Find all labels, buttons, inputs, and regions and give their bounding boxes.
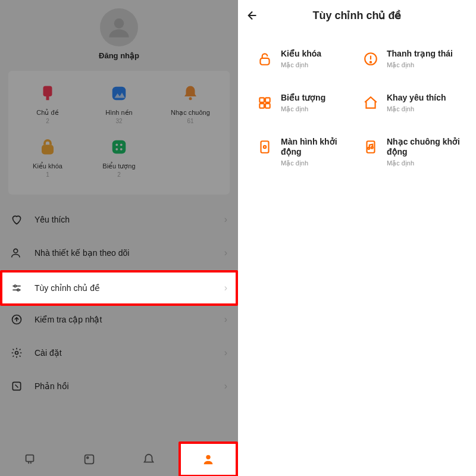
dash-ringtone[interactable]: Nhạc chuông 61 [155,82,226,124]
svg-rect-37 [261,141,269,153]
chevron-right-icon: › [224,381,227,392]
svg-point-40 [368,148,369,149]
dash-icons[interactable]: Biểu tượng 2 [83,135,155,178]
nav-notifications[interactable] [119,443,178,476]
dash-label: Hình nền [83,109,155,117]
menu-row-settings[interactable]: Cài đặt › [0,336,238,369]
svg-point-32 [370,61,371,62]
nav-wallpaper[interactable] [60,443,119,476]
svg-rect-2 [46,96,49,100]
avatar[interactable] [100,8,138,46]
menu-row-favorites[interactable]: Yêu thích › [0,203,238,236]
svg-rect-29 [260,58,269,65]
menu-row-check-update[interactable]: Kiểm tra cập nhật › [0,303,238,336]
theme-label: Khay yêu thích [387,93,446,103]
theme-item-bootsound[interactable]: Nhạc chuông khởi động Mặc định [357,137,470,191]
arrow-left-icon [246,9,259,22]
svg-point-28 [206,455,210,459]
brush-icon [23,453,36,466]
dash-lock[interactable]: Kiểu khóa 1 [12,135,83,178]
svg-rect-34 [265,98,270,102]
svg-point-22 [87,457,89,459]
dash-wallpaper[interactable]: Hình nền 32 [83,82,155,124]
theme-sub: Mặc định [281,105,325,113]
sliders-icon [11,282,24,294]
menu-label: Cài đặt [35,348,224,358]
menu-label: Nhà thiết kế bạn theo dõi [35,248,224,258]
dash-count: 1 [12,171,83,178]
feedback-icon [11,380,24,392]
theme-item-bootscreen[interactable]: Màn hình khởi động Mặc định [244,137,357,191]
theme-item-icons[interactable]: Biểu tượng Mặc định [244,93,357,137]
theme-grid: Kiểu khóa Mặc định Thanh trạng thái Mặc … [238,31,476,191]
svg-rect-6 [42,145,54,154]
boot-icon [255,137,275,157]
home-icon [361,93,381,113]
person-icon [11,247,24,259]
svg-point-0 [114,18,124,29]
chevron-right-icon: › [224,214,227,225]
page-title: Tùy chỉnh chủ đề [267,9,447,22]
svg-point-5 [189,97,192,100]
chevron-right-icon: › [224,248,227,258]
svg-point-27 [17,289,19,291]
ringboot-icon [361,137,381,157]
chevron-right-icon: › [224,283,227,293]
theme-label: Nhạc chuông khởi động [387,137,466,157]
grid-icon [255,93,275,113]
stats-card: Chủ đề 2 Hình nền 32 Nhạc chuông 61 Kiểu… [8,71,230,195]
update-icon [11,314,24,325]
theme-label: Kiểu khóa [281,49,321,59]
dash-count: 32 [83,118,155,124]
theme-sub: Mặc định [387,105,446,113]
dash-label: Chủ đề [12,109,83,117]
svg-rect-7 [112,140,126,154]
svg-point-8 [115,143,118,146]
status-icon [361,49,381,69]
nav-home[interactable] [0,443,60,476]
theme-sub: Mặc định [281,159,353,167]
profile-area: Đăng nhập [0,0,238,60]
svg-rect-1 [43,86,52,97]
bell-icon [142,453,155,466]
back-button[interactable] [246,9,267,22]
theme-sub: Mặc định [281,61,321,69]
lock-icon [255,49,275,69]
dash-count: 61 [155,118,226,124]
theme-label: Màn hình khởi động [281,137,353,157]
dash-label: Kiểu khóa [12,162,83,170]
theme-item-lock[interactable]: Kiểu khóa Mặc định [244,49,357,93]
picture-icon [83,453,96,466]
page-header: Tùy chỉnh chủ đề [238,0,476,31]
svg-point-18 [15,352,18,355]
svg-point-11 [120,148,123,151]
menu-row-designers[interactable]: Nhà thiết kế bạn theo dõi › [0,236,238,270]
heart-icon [11,214,24,226]
svg-point-38 [264,146,266,148]
svg-rect-36 [265,104,270,108]
chevron-right-icon: › [224,347,227,358]
svg-point-25 [14,285,16,287]
theme-sub: Mặc định [387,61,453,69]
chevron-right-icon: › [224,314,227,325]
theme-label: Biểu tượng [281,93,325,103]
theme-sub: Mặc định [387,159,466,167]
theme-item-statusbar[interactable]: Thanh trạng thái Mặc định [357,49,470,93]
dash-count: 2 [12,118,83,124]
svg-rect-21 [85,455,94,464]
svg-rect-33 [259,98,264,102]
theme-label: Thanh trạng thái [387,49,453,59]
signin-button[interactable]: Đăng nhập [0,51,238,60]
svg-point-12 [14,249,18,253]
menu-label: Kiểm tra cập nhật [35,315,224,324]
svg-point-10 [115,148,118,151]
menu-label: Yêu thích [35,215,224,224]
theme-item-dock[interactable]: Khay yêu thích Mặc định [357,93,470,137]
svg-rect-3 [112,87,126,101]
dash-count: 2 [83,171,155,178]
menu-row-feedback[interactable]: Phản hồi › [0,369,238,403]
dash-theme[interactable]: Chủ đề 2 [12,82,83,124]
svg-rect-35 [259,104,264,108]
dash-label: Biểu tượng [83,162,155,170]
svg-rect-20 [26,455,34,462]
